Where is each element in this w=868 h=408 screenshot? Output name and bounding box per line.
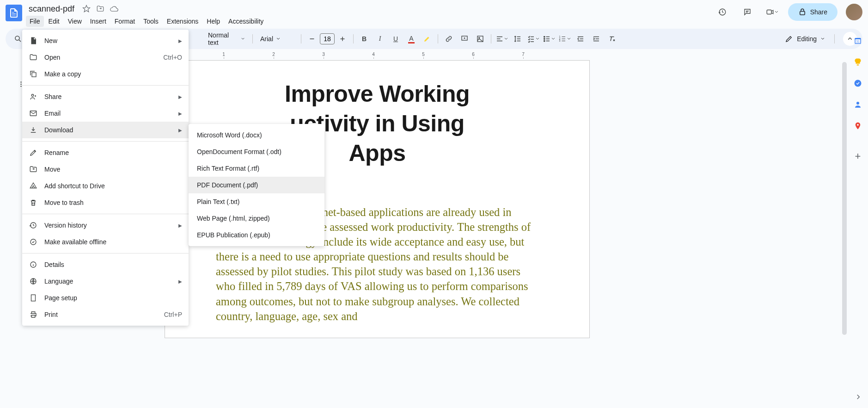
menu-item-offline[interactable]: Make available offline [22, 234, 189, 250]
comments-icon[interactable] [738, 3, 757, 21]
bold-button[interactable]: B [357, 32, 371, 46]
menu-help[interactable]: Help [203, 16, 224, 27]
download-html[interactable]: Web Page (.html, zipped) [189, 210, 324, 227]
user-avatar[interactable] [846, 4, 862, 20]
page-icon [29, 293, 38, 303]
share-button[interactable]: Share [788, 3, 837, 21]
menu-item-move[interactable]: Move [22, 161, 189, 178]
increase-fontsize-button[interactable] [336, 32, 349, 46]
svg-point-24 [856, 102, 859, 105]
keep-app-icon[interactable] [852, 56, 863, 68]
svg-point-5 [479, 37, 480, 38]
paragraph-style-select[interactable]: Normal text [204, 32, 249, 46]
svg-rect-12 [32, 73, 36, 77]
document-title[interactable]: scanned-pdf [26, 3, 77, 15]
svg-rect-19 [31, 295, 36, 301]
font-select[interactable]: Arial [257, 32, 297, 46]
menu-insert[interactable]: Insert [86, 16, 110, 27]
folder-icon [29, 53, 38, 62]
horizontal-ruler[interactable]: 1 2 3 4 5 6 7 [164, 52, 844, 60]
underline-button[interactable]: U [389, 32, 403, 46]
cloud-status-icon[interactable] [110, 4, 119, 13]
hide-side-panel-button[interactable] [854, 393, 862, 402]
fontsize-input[interactable] [320, 33, 335, 44]
menu-item-trash[interactable]: Move to trash [22, 194, 189, 211]
rename-icon [29, 148, 38, 157]
svg-rect-1 [800, 12, 805, 15]
clear-formatting-button[interactable] [605, 32, 619, 46]
checklist-button[interactable] [526, 32, 540, 46]
highlight-button[interactable] [420, 32, 434, 46]
insert-image-button[interactable] [473, 32, 487, 46]
menu-accessibility[interactable]: Accessibility [225, 16, 267, 27]
move-folder-icon[interactable] [96, 4, 105, 13]
editing-mode-button[interactable]: Editing [780, 32, 830, 46]
italic-button[interactable]: I [373, 32, 387, 46]
insert-comment-button[interactable] [458, 32, 471, 46]
menu-item-add-shortcut[interactable]: Add shortcut to Drive [22, 178, 189, 194]
svg-text:31: 31 [856, 40, 860, 43]
share-label: Share [810, 8, 827, 16]
vertical-scrollbar[interactable] [841, 62, 848, 404]
meet-icon[interactable] [763, 3, 782, 21]
decrease-fontsize-button[interactable] [305, 32, 319, 46]
increase-indent-button[interactable] [589, 32, 603, 46]
calendar-app-icon[interactable]: 31 [852, 35, 863, 46]
docs-logo[interactable] [6, 5, 22, 21]
menu-item-share[interactable]: Share ▶ [22, 88, 189, 105]
scrollbar-thumb[interactable] [842, 62, 847, 335]
contacts-app-icon[interactable] [852, 99, 863, 110]
download-epub[interactable]: EPUB Publication (.epub) [189, 227, 324, 243]
text-color-button[interactable]: A [404, 32, 418, 46]
menu-item-open[interactable]: Open Ctrl+O [22, 49, 189, 66]
menu-item-rename[interactable]: Rename [22, 144, 189, 161]
bullet-list-button[interactable] [542, 32, 556, 46]
email-icon [29, 109, 38, 118]
move-icon [29, 165, 38, 174]
drive-shortcut-icon [29, 181, 38, 191]
download-docx[interactable]: Microsoft Word (.docx) [189, 127, 324, 143]
download-pdf[interactable]: PDF Document (.pdf) [189, 177, 324, 193]
numbered-list-button[interactable]: 123 [558, 32, 572, 46]
decrease-indent-button[interactable] [574, 32, 587, 46]
svg-text:3: 3 [559, 39, 561, 42]
copy-icon [29, 69, 38, 79]
menubar: File Edit View Insert Format Tools Exten… [26, 16, 713, 27]
align-button[interactable] [495, 32, 509, 46]
menu-format[interactable]: Format [111, 16, 139, 27]
download-icon [29, 125, 38, 135]
add-addon-button[interactable]: + [850, 149, 865, 164]
menu-view[interactable]: View [64, 16, 86, 27]
side-panel: 31 + [848, 31, 868, 408]
offline-icon [29, 237, 38, 247]
menu-item-details[interactable]: Details [22, 256, 189, 273]
svg-point-13 [31, 94, 34, 97]
tasks-app-icon[interactable] [852, 78, 863, 89]
menu-item-email[interactable]: Email ▶ [22, 105, 189, 122]
download-odt[interactable]: OpenDocument Format (.odt) [189, 143, 324, 160]
menu-item-download[interactable]: Download ▶ [22, 122, 189, 138]
maps-app-icon[interactable] [852, 120, 863, 131]
download-txt[interactable]: Plain Text (.txt) [189, 193, 324, 210]
svg-point-23 [855, 80, 862, 87]
history-icon[interactable] [713, 3, 732, 21]
menu-edit[interactable]: Edit [45, 16, 63, 27]
globe-icon [29, 277, 38, 286]
menu-item-page-setup[interactable]: Page setup [22, 290, 189, 306]
history-icon [29, 221, 38, 230]
line-spacing-button[interactable] [511, 32, 525, 46]
menu-item-version-history[interactable]: Version history ▶ [22, 217, 189, 234]
menu-item-language[interactable]: Language ▶ [22, 273, 189, 290]
menu-item-new[interactable]: New ▶ [22, 32, 189, 49]
menu-file[interactable]: File [26, 16, 44, 27]
star-icon[interactable] [82, 4, 91, 13]
person-add-icon [29, 92, 38, 101]
menu-extensions[interactable]: Extensions [163, 16, 202, 27]
menu-tools[interactable]: Tools [140, 16, 162, 27]
menu-item-make-copy[interactable]: Make a copy [22, 66, 189, 82]
insert-link-button[interactable] [442, 32, 456, 46]
chevron-right-icon: ▶ [178, 38, 182, 43]
svg-point-6 [544, 36, 545, 37]
download-rtf[interactable]: Rich Text Format (.rtf) [189, 160, 324, 177]
menu-item-print[interactable]: Print Ctrl+P [22, 306, 189, 323]
